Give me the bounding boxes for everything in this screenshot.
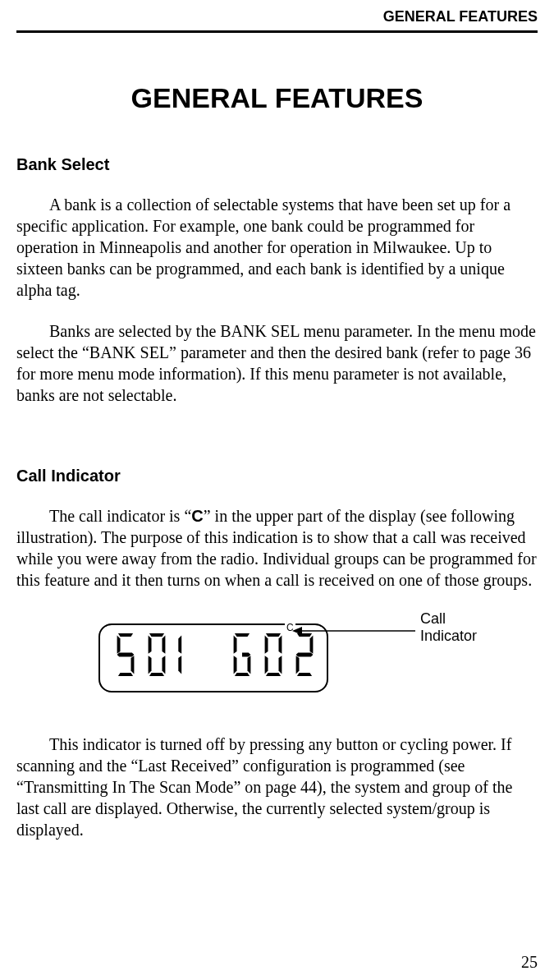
callout-arrow — [292, 625, 415, 637]
svg-marker-18 — [242, 652, 250, 656]
svg-marker-11 — [178, 636, 181, 654]
heading-call-indicator: Call Indicator — [16, 467, 538, 485]
seg-char-1 — [174, 633, 202, 676]
svg-marker-19 — [266, 633, 281, 637]
call-indicator-figure: C Call Indicator — [16, 610, 538, 709]
callout-line1: Call — [420, 610, 446, 627]
svg-marker-4 — [118, 673, 133, 676]
svg-marker-5 — [149, 633, 164, 637]
svg-marker-20 — [265, 636, 268, 654]
call-indicator-para-1: The call indicator is “C” in the upper p… — [16, 505, 538, 591]
bank-select-para-2: Banks are selected by the BANK SEL menu … — [16, 320, 538, 406]
chapter-title: GENERAL FEATURES — [16, 82, 538, 114]
svg-marker-3 — [131, 656, 135, 674]
call-indicator-para-2: This indicator is turned off by pressing… — [16, 734, 538, 840]
callout-label: Call Indicator — [420, 610, 477, 644]
svg-marker-17 — [248, 656, 251, 674]
seg-char-0 — [143, 633, 171, 676]
heading-bank-select: Bank Select — [16, 155, 538, 174]
svg-marker-24 — [266, 673, 281, 676]
page-number: 25 — [521, 953, 538, 972]
seg-char-0b — [259, 633, 287, 676]
svg-marker-29 — [297, 673, 312, 676]
ci-p1-pre: The call indicator is “ — [49, 507, 191, 525]
ci-p1-bold-c: C — [191, 507, 203, 525]
svg-marker-23 — [279, 656, 282, 674]
running-header: GENERAL FEATURES — [16, 8, 538, 30]
svg-marker-6 — [149, 636, 152, 654]
header-rule — [16, 30, 538, 33]
svg-marker-28 — [296, 656, 300, 674]
svg-marker-22 — [265, 656, 268, 674]
seg-char-2 — [291, 633, 318, 676]
seg-char-s — [112, 633, 140, 676]
bank-select-para-1: A bank is a collection of selectable sys… — [16, 194, 538, 301]
svg-marker-10 — [149, 673, 164, 676]
svg-marker-31 — [292, 627, 302, 635]
svg-marker-12 — [178, 656, 181, 674]
svg-marker-15 — [234, 656, 237, 674]
svg-marker-27 — [296, 652, 314, 656]
callout-line2: Indicator — [420, 628, 477, 644]
svg-marker-14 — [234, 636, 237, 654]
svg-marker-21 — [279, 636, 282, 654]
svg-marker-1 — [117, 636, 121, 654]
svg-marker-2 — [117, 652, 135, 656]
seg-char-g — [228, 633, 256, 676]
svg-marker-26 — [310, 636, 314, 654]
svg-marker-7 — [163, 636, 166, 654]
svg-marker-16 — [235, 673, 250, 676]
svg-marker-9 — [163, 656, 166, 674]
svg-marker-13 — [235, 633, 250, 637]
svg-marker-8 — [149, 656, 152, 674]
svg-marker-0 — [118, 633, 133, 637]
